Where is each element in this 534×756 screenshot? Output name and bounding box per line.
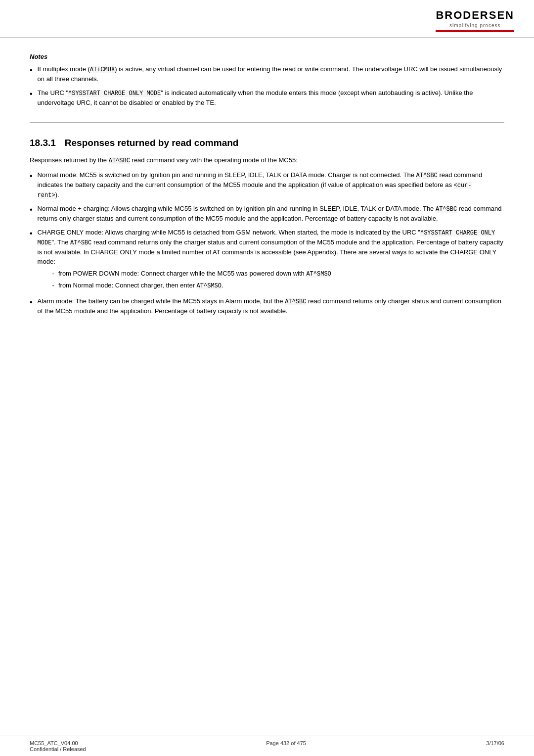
note1-code: AT+CMUX xyxy=(90,66,115,73)
section-bullets: • Normal mode: MC55 is switched on by Ig… xyxy=(30,170,504,316)
notes-list: • If multiplex mode (AT+CMUX) is active,… xyxy=(30,64,504,107)
sub-bullet-icon: - xyxy=(52,269,54,279)
list-item: - from POWER DOWN mode: Connect charger … xyxy=(52,269,504,279)
bullet-icon: • xyxy=(30,204,33,216)
footer-page: Page 432 of 475 xyxy=(266,740,306,752)
sub-bullet-1-text: from POWER DOWN mode: Connect charger wh… xyxy=(58,269,331,279)
list-item: • CHARGE ONLY mode: Allows charging whil… xyxy=(30,228,504,292)
notes-section: Notes • If multiplex mode (AT+CMUX) is a… xyxy=(30,53,504,107)
b1-code2: <cur-rent> xyxy=(38,182,472,199)
b1-code1: AT^SBC xyxy=(416,172,438,179)
sub-bullet-icon: - xyxy=(52,281,54,290)
footer-doc-id: MC55_ATC_V04.00 xyxy=(30,740,86,746)
list-item: • Alarm mode: The battery can be charged… xyxy=(30,296,504,316)
page: BRODERSEN simplifying process Notes • If… xyxy=(0,0,534,756)
section-heading: 18.3.1 Responses returned by read comman… xyxy=(30,138,504,148)
b4-code1: AT^SBC xyxy=(285,298,306,305)
note-item-1-text: If multiplex mode (AT+CMUX) is active, a… xyxy=(38,64,504,84)
sub-bullet-2-text: from Normal mode: Connect charger, then … xyxy=(58,281,223,290)
sb2-code: AT^SMSO xyxy=(197,283,222,289)
intro-code: AT^SBC xyxy=(109,157,130,164)
logo-area: BRODERSEN simplifying process xyxy=(436,9,514,32)
logo-text: BRODERSEN xyxy=(436,9,514,22)
bullet-icon: • xyxy=(30,228,33,239)
footer-left: MC55_ATC_V04.00 Confidential / Released xyxy=(30,740,86,752)
list-item: • Normal mode + charging: Allows chargin… xyxy=(30,204,504,224)
note-item-2-text: The URC "^SYSSTART CHARGE ONLY MODE" is … xyxy=(38,88,504,108)
bullet-icon: • xyxy=(30,296,33,308)
note2-code: ^SYSSTART CHARGE ONLY MODE xyxy=(68,90,161,97)
sub-bullet-list: - from POWER DOWN mode: Connect charger … xyxy=(52,269,504,290)
sb1-code: AT^SMSO xyxy=(306,271,331,278)
footer-status: Confidential / Released xyxy=(30,746,86,752)
list-item: • The URC "^SYSSTART CHARGE ONLY MODE" i… xyxy=(30,88,504,108)
bullet-icon: • xyxy=(30,170,33,182)
bullet-icon: • xyxy=(30,88,33,100)
b2-code1: AT^SBC xyxy=(436,206,457,213)
notes-title: Notes xyxy=(30,53,504,60)
bullet-4-text: Alarm mode: The battery can be charged w… xyxy=(38,296,504,316)
section-title: Responses returned by read command xyxy=(65,138,239,148)
content: Notes • If multiplex mode (AT+CMUX) is a… xyxy=(0,38,534,349)
footer: MC55_ATC_V04.00 Confidential / Released … xyxy=(0,736,534,756)
bullet-3-text: CHARGE ONLY mode: Allows charging while … xyxy=(38,228,504,292)
bullet-1-text: Normal mode: MC55 is switched on by Igni… xyxy=(38,170,504,200)
logo-tagline: simplifying process xyxy=(449,23,500,28)
bullet-icon: • xyxy=(30,64,33,76)
b3-code1: ^SYSSTART CHARGE ONLY MODE xyxy=(38,230,495,246)
section-divider-line xyxy=(30,122,504,123)
b3-code2: AT^SBC xyxy=(70,239,91,246)
list-item: • If multiplex mode (AT+CMUX) is active,… xyxy=(30,64,504,84)
footer-date: 3/17/06 xyxy=(486,740,504,752)
bullet-2-text: Normal mode + charging: Allows charging … xyxy=(38,204,504,224)
list-item: • Normal mode: MC55 is switched on by Ig… xyxy=(30,170,504,200)
section-number: 18.3.1 xyxy=(30,138,56,148)
section-intro: Responses returned by the AT^SBC read co… xyxy=(30,155,504,165)
header: BRODERSEN simplifying process xyxy=(0,0,534,38)
list-item: - from Normal mode: Connect charger, the… xyxy=(52,281,504,290)
logo-bar xyxy=(436,30,514,32)
